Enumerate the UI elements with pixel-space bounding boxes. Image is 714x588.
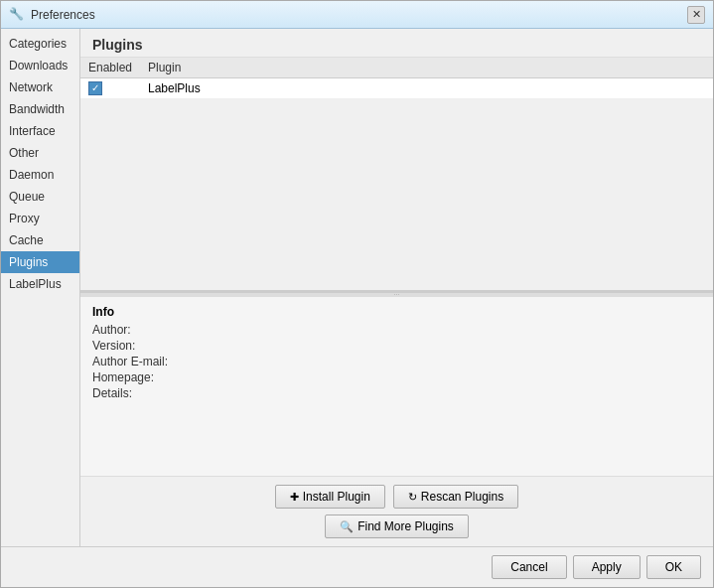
find-more-plugins-button[interactable]: 🔍 Find More Plugins — [325, 514, 469, 538]
close-button[interactable]: ✕ — [687, 6, 705, 24]
plugin-enabled-checkbox[interactable] — [88, 81, 102, 95]
install-plugin-label: Install Plugin — [303, 490, 370, 504]
rescan-plugins-button[interactable]: ↻ Rescan Plugins — [393, 485, 518, 509]
header-plugin: Plugin — [148, 61, 705, 74]
preferences-dialog: 🔧 Preferences ✕ Categories Downloads Net… — [0, 0, 714, 588]
sidebar-item-other[interactable]: Other — [1, 142, 79, 164]
info-details-label: Details: — [92, 386, 192, 400]
sidebar-item-daemon[interactable]: Daemon — [1, 164, 79, 186]
sidebar: Categories Downloads Network Bandwidth I… — [1, 29, 80, 546]
sidebar-item-bandwidth[interactable]: Bandwidth — [1, 98, 79, 120]
info-email-label: Author E-mail: — [92, 355, 192, 368]
apply-button[interactable]: Apply — [573, 555, 641, 579]
title-bar-left: 🔧 Preferences — [9, 7, 95, 23]
info-author-label: Author: — [92, 323, 192, 337]
find-more-label: Find More Plugins — [357, 519, 454, 533]
content-area: Plugins Enabled Plugin LabelPlus ··· — [80, 29, 713, 546]
info-version-label: Version: — [92, 339, 192, 353]
header-enabled: Enabled — [88, 61, 148, 74]
find-icon: 🔍 — [340, 520, 354, 533]
info-author-row: Author: — [92, 323, 701, 337]
sidebar-item-categories[interactable]: Categories — [1, 33, 79, 55]
sidebar-item-queue[interactable]: Queue — [1, 186, 79, 208]
plugin-name: LabelPlus — [148, 81, 705, 95]
sidebar-item-cache[interactable]: Cache — [1, 229, 79, 251]
sidebar-item-downloads[interactable]: Downloads — [1, 55, 79, 76]
info-email-row: Author E-mail: — [92, 355, 701, 368]
preferences-icon: 🔧 — [9, 7, 25, 23]
install-icon: ✚ — [290, 491, 299, 504]
action-row-2: 🔍 Find More Plugins — [325, 514, 469, 538]
ok-button[interactable]: OK — [646, 555, 701, 579]
sidebar-item-proxy[interactable]: Proxy — [1, 208, 79, 229]
rescan-plugins-label: Rescan Plugins — [421, 490, 503, 504]
plugins-panel: Plugins Enabled Plugin LabelPlus — [80, 29, 713, 293]
sidebar-item-labelplus[interactable]: LabelPlus — [1, 273, 79, 295]
action-row-1: ✚ Install Plugin ↻ Rescan Plugins — [275, 485, 518, 509]
sidebar-item-interface[interactable]: Interface — [1, 120, 79, 142]
info-homepage-row: Homepage: — [92, 370, 701, 384]
rescan-icon: ↻ — [408, 491, 417, 504]
main-content: Categories Downloads Network Bandwidth I… — [1, 29, 713, 546]
table-header: Enabled Plugin — [80, 58, 713, 78]
table-row[interactable]: LabelPlus — [80, 78, 713, 99]
info-homepage-label: Homepage: — [92, 370, 192, 384]
enabled-cell[interactable] — [88, 81, 148, 95]
info-version-row: Version: — [92, 339, 701, 353]
sidebar-item-network[interactable]: Network — [1, 76, 79, 98]
panel-title: Plugins — [80, 29, 713, 58]
sidebar-item-plugins[interactable]: Plugins — [1, 251, 79, 273]
dialog-title: Preferences — [31, 8, 95, 22]
install-plugin-button[interactable]: ✚ Install Plugin — [275, 485, 385, 509]
cancel-button[interactable]: Cancel — [492, 555, 566, 579]
plugin-table: Enabled Plugin LabelPlus — [80, 58, 713, 290]
actions-area: ✚ Install Plugin ↻ Rescan Plugins 🔍 Find… — [80, 476, 713, 546]
info-panel: Info Author: Version: Author E-mail: Hom… — [80, 297, 713, 476]
title-bar: 🔧 Preferences ✕ — [1, 1, 713, 29]
footer: Cancel Apply OK — [1, 546, 713, 587]
info-title: Info — [92, 305, 701, 319]
info-details-row: Details: — [92, 386, 701, 400]
